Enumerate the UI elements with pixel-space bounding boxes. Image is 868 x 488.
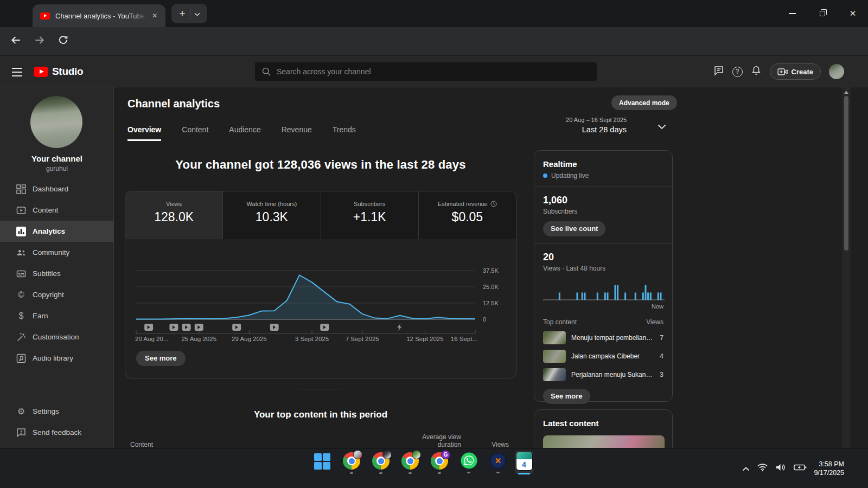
sidebar-item-settings[interactable]: ⚙ Settings xyxy=(0,401,114,422)
video-views: 3 xyxy=(660,371,663,378)
tab-list-chevron-icon[interactable] xyxy=(190,8,204,19)
youtube-logo-icon[interactable] xyxy=(34,67,48,77)
tray-clock[interactable]: 3:58 PM 9/17/2025 xyxy=(814,460,844,477)
metric-label: Subscribers xyxy=(321,201,418,207)
battery-charging-icon[interactable] xyxy=(794,464,807,473)
forward-button[interactable] xyxy=(34,34,48,48)
metric-tab-watch-time[interactable]: Watch time (hours) 10.3K xyxy=(223,191,321,239)
video-upload-marker-icon xyxy=(270,324,279,331)
sidebar-item-label: Subtitles xyxy=(33,269,61,278)
list-item[interactable]: Perjalanan menuju Sukanagar… 3 xyxy=(543,368,663,381)
tab-trends[interactable]: Trends xyxy=(333,125,356,141)
tray-chevron-up-icon[interactable] xyxy=(742,464,750,473)
realtime-title: Realtime xyxy=(543,159,663,169)
channel-avatar[interactable] xyxy=(30,96,82,148)
advanced-mode-button[interactable]: Advanced mode xyxy=(611,95,677,110)
chrome-app-2[interactable] xyxy=(372,452,390,474)
clock-info-icon xyxy=(490,201,497,207)
video-title: Menuju tempat pembelian ika… xyxy=(571,334,654,342)
analytics-tabs: Overview Content Audience Revenue Trends xyxy=(127,125,356,141)
sidebar-item-audio-library[interactable]: Audio library xyxy=(0,348,114,369)
audio-library-icon xyxy=(16,354,26,363)
svg-text:3 Sept 2025: 3 Sept 2025 xyxy=(295,336,329,342)
sidebar-item-label: Send feedback xyxy=(33,428,81,436)
video-title: Perjalanan menuju Sukanagar… xyxy=(571,371,654,378)
svg-text:25.0K: 25.0K xyxy=(483,284,499,290)
sidebar-item-earn[interactable]: $ Earn xyxy=(0,305,114,326)
account-avatar[interactable] xyxy=(829,64,844,79)
calendar-app-active[interactable]: 4 xyxy=(515,451,533,474)
latest-content-title: Latest content xyxy=(543,419,663,428)
profile-letter-badge: G xyxy=(441,450,450,459)
feedback-icon[interactable] xyxy=(713,65,724,78)
wifi-icon[interactable] xyxy=(757,463,768,474)
help-icon[interactable]: ? xyxy=(732,67,743,77)
reload-button[interactable] xyxy=(58,34,72,48)
svg-text:7 Sept 2025: 7 Sept 2025 xyxy=(346,336,379,342)
sidebar-item-customisation[interactable]: Customisation xyxy=(0,326,114,348)
window-close-button[interactable]: ✕ xyxy=(838,0,868,27)
scroll-up-arrow-icon[interactable] xyxy=(844,91,848,94)
scrollbar-thumb[interactable] xyxy=(844,96,848,251)
tab-revenue[interactable]: Revenue xyxy=(282,125,312,141)
notifications-bell-icon[interactable] xyxy=(751,65,762,78)
channel-search-input[interactable] xyxy=(277,67,570,76)
list-item[interactable]: Jalan campaka Cibeber 4 xyxy=(543,350,663,363)
tab-close-icon[interactable]: ✕ xyxy=(149,10,160,21)
tab-content[interactable]: Content xyxy=(182,125,208,141)
video-thumbnail xyxy=(543,331,566,344)
svg-text:20 Aug 20...: 20 Aug 20... xyxy=(135,336,168,342)
start-button[interactable] xyxy=(313,452,331,474)
realtime-card: Realtime Updating live 1,060 Subscribers… xyxy=(534,150,673,402)
sidebar-item-copyright[interactable]: © Copyright xyxy=(0,284,114,305)
tray-date: 9/17/2025 xyxy=(814,468,844,477)
window-minimize-button[interactable] xyxy=(777,0,807,27)
studio-brand[interactable]: Studio xyxy=(52,66,83,78)
see-live-count-button[interactable]: See live count xyxy=(543,221,605,236)
x-app[interactable]: ✕ xyxy=(489,452,507,473)
now-label: Now xyxy=(543,303,663,310)
sidebar-item-community[interactable]: Community xyxy=(0,242,114,263)
sidebar-item-label: Copyright xyxy=(33,291,64,299)
tab-audience[interactable]: Audience xyxy=(229,125,260,141)
channel-search-box[interactable] xyxy=(255,62,597,81)
chrome-app-1[interactable] xyxy=(342,452,361,474)
sidebar-item-subtitles[interactable]: Subtitles xyxy=(0,263,114,284)
realtime-bars-chart[interactable] xyxy=(543,278,663,303)
video-views: 4 xyxy=(660,352,663,360)
list-item[interactable]: Menuju tempat pembelian ika… 7 xyxy=(543,331,663,344)
metric-tab-subscribers[interactable]: Subscribers +1.1K xyxy=(321,191,419,239)
sidebar-item-dashboard[interactable]: Dashboard xyxy=(0,178,114,200)
views-headline: Your channel got 128,036 views in the la… xyxy=(125,158,516,172)
volume-icon[interactable] xyxy=(775,463,787,474)
sidebar-item-content[interactable]: Content xyxy=(0,200,114,221)
views-chart[interactable]: 012.5K25.0K37.5K20 Aug 20...25 Aug 20252… xyxy=(125,239,516,343)
tab-overview[interactable]: Overview xyxy=(127,125,161,141)
metric-tab-views[interactable]: Views 128.0K xyxy=(125,191,223,239)
sidebar-item-label: Audio library xyxy=(33,354,73,362)
chevron-down-icon[interactable] xyxy=(658,122,666,132)
menu-hamburger-icon[interactable] xyxy=(12,68,22,79)
back-button[interactable] xyxy=(10,34,24,48)
svg-text:16 Sept...: 16 Sept... xyxy=(451,336,477,342)
new-tab-button[interactable]: + xyxy=(175,8,190,20)
sidebar-item-label: Customisation xyxy=(33,333,79,341)
sidebar-item-analytics[interactable]: Analytics xyxy=(0,221,114,242)
sidebar-item-send-feedback[interactable]: Send feedback xyxy=(0,422,114,443)
window-restore-button[interactable] xyxy=(807,0,838,27)
whatsapp-app[interactable] xyxy=(459,452,478,473)
date-range-picker[interactable]: 20 Aug – 16 Sept 2025 Last 28 days xyxy=(518,117,627,134)
search-icon xyxy=(261,67,271,76)
metric-tab-estimated-revenue[interactable]: Estimated revenue $0.05 xyxy=(419,191,516,239)
create-button[interactable]: Create xyxy=(770,63,821,80)
realtime-see-more-button[interactable]: See more xyxy=(543,389,590,404)
see-more-button[interactable]: See more xyxy=(136,351,186,366)
live-dot-icon xyxy=(543,174,547,178)
chrome-app-3[interactable] xyxy=(401,452,419,474)
sidebar-item-label: Community xyxy=(33,248,69,256)
page-scrollbar[interactable] xyxy=(842,87,851,448)
chrome-app-4[interactable]: G xyxy=(430,452,449,474)
metric-tabs: Views 128.0K Watch time (hours) 10.3K Su… xyxy=(125,191,516,239)
dashboard-icon xyxy=(16,184,26,194)
browser-tab[interactable]: Channel analytics - YouTube Stu ✕ xyxy=(33,4,165,27)
